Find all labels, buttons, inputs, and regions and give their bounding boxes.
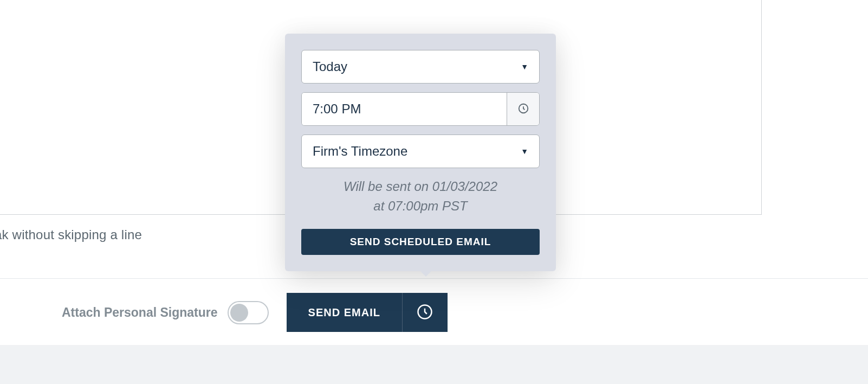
schedule-time-input[interactable] — [302, 93, 507, 125]
attach-signature-label: Attach Personal Signature — [62, 305, 218, 320]
send-email-button[interactable]: SEND EMAIL — [287, 293, 402, 332]
toggle-knob — [230, 304, 248, 322]
clock-icon — [417, 304, 433, 322]
send-button-group: SEND EMAIL — [287, 293, 448, 332]
time-picker-button[interactable] — [507, 93, 539, 125]
schedule-timezone-value: Firm's Timezone — [313, 144, 407, 159]
caret-down-icon: ▼ — [521, 147, 528, 156]
schedule-popover: Today ▼ Firm's Timezone ▼ Will be sent o… — [285, 34, 556, 271]
schedule-date-select[interactable]: Today ▼ — [301, 50, 540, 84]
clock-icon — [517, 103, 529, 116]
attach-signature-toggle[interactable] — [228, 301, 269, 324]
schedule-date-value: Today — [313, 59, 347, 74]
schedule-time-field — [301, 92, 540, 126]
schedule-send-button[interactable] — [402, 293, 448, 332]
caret-down-icon: ▼ — [521, 62, 528, 71]
schedule-summary-line2: at 07:00pm PST — [301, 196, 540, 216]
page-background-strip — [0, 345, 868, 384]
schedule-summary-text: Will be sent on 01/03/2022 at 07:00pm PS… — [301, 177, 540, 216]
schedule-summary-line1: Will be sent on 01/03/2022 — [301, 177, 540, 196]
send-scheduled-email-button[interactable]: SEND SCHEDULED EMAIL — [301, 229, 540, 255]
editor-hint-text: ak without skipping a line — [0, 227, 142, 242]
schedule-timezone-select[interactable]: Firm's Timezone ▼ — [301, 135, 540, 168]
compose-footer: Attach Personal Signature SEND EMAIL — [0, 278, 868, 346]
